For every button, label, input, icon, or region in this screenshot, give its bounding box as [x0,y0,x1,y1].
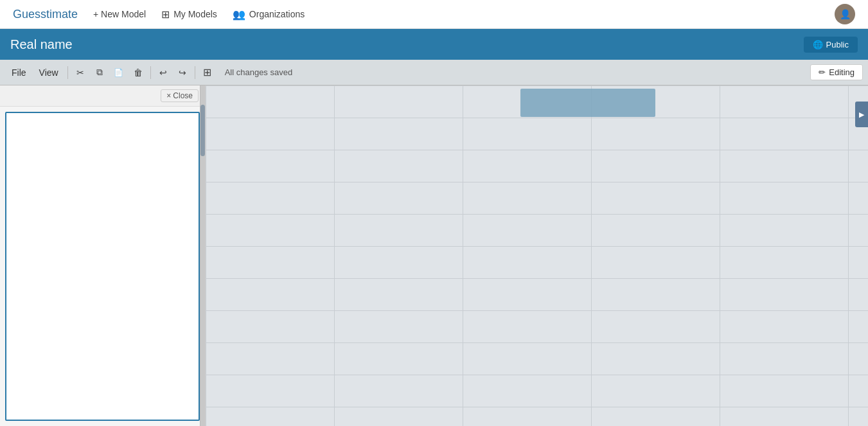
my-models-link[interactable]: ⊞ My Models [161,8,217,21]
top-navigation: Guesstimate + New Model ⊞ My Models 👥 Or… [0,0,868,29]
organizations-link[interactable]: 👥 Organizations [233,8,305,21]
panel-close-bar: × Close [0,85,205,107]
new-model-link[interactable]: + New Model [93,9,146,19]
copy-icon: ⧉ [96,67,103,78]
new-model-label: + New Model [93,9,146,19]
calc-button[interactable]: ⊞ [198,63,217,82]
app-title: Guesstimate [13,8,78,21]
my-models-label: My Models [173,9,217,19]
toolbar: File View ✂ ⧉ 📄 🗑 ↩ ↪ ⊞ All changes save… [0,60,868,85]
pencil-icon: ✏ [819,67,826,77]
right-arrow-icon: ▶ [859,111,864,119]
redo-button[interactable]: ↪ [173,63,192,82]
file-menu[interactable]: File [5,60,33,85]
cut-icon: ✂ [76,67,84,78]
main-content: × Close ▶ [0,85,868,426]
selected-cell[interactable] [520,89,655,117]
grid-background [206,85,868,426]
model-title: Real name [10,37,73,52]
undo-button[interactable]: ↩ [154,63,173,82]
right-panel-toggle[interactable]: ▶ [855,102,868,127]
orgs-icon: 👥 [233,8,245,21]
copy-button[interactable]: ⧉ [90,63,109,82]
view-menu[interactable]: View [33,60,65,85]
save-status: All changes saved [225,67,293,77]
panel-scrollbar[interactable] [200,85,205,426]
file-label: File [12,67,26,78]
cut-button[interactable]: ✂ [71,63,90,82]
nav-left: Guesstimate + New Model ⊞ My Models 👥 Or… [13,8,305,21]
public-button[interactable]: 🌐 Public [804,37,858,53]
calc-icon: ⊞ [203,66,211,78]
undo-icon: ↩ [159,67,167,78]
models-icon: ⊞ [161,8,170,21]
redo-icon: ↪ [179,67,186,78]
view-label: View [39,67,58,78]
close-label: Close [173,91,193,100]
editing-button[interactable]: ✏ Editing [810,64,863,80]
scrollbar-thumb[interactable] [200,105,205,156]
globe-icon: 🌐 [813,40,823,49]
user-avatar[interactable]: 👤 [835,4,855,24]
title-bar: Real name 🌐 Public [0,29,868,60]
delete-button[interactable]: 🗑 [128,63,148,82]
delete-icon: 🗑 [134,67,143,78]
separator-1 [67,66,68,79]
grid-canvas[interactable]: ▶ [206,85,868,426]
public-label: Public [826,40,849,49]
organizations-label: Organizations [249,9,305,19]
separator-2 [150,66,151,79]
separator-3 [195,66,195,79]
close-x-icon: × [166,91,171,100]
side-panel: × Close [0,85,206,426]
panel-content-area [5,112,200,421]
paste-button[interactable]: 📄 [109,63,128,82]
close-panel-button[interactable]: × Close [161,89,199,102]
editing-label: Editing [829,67,855,77]
paste-icon: 📄 [114,68,123,77]
